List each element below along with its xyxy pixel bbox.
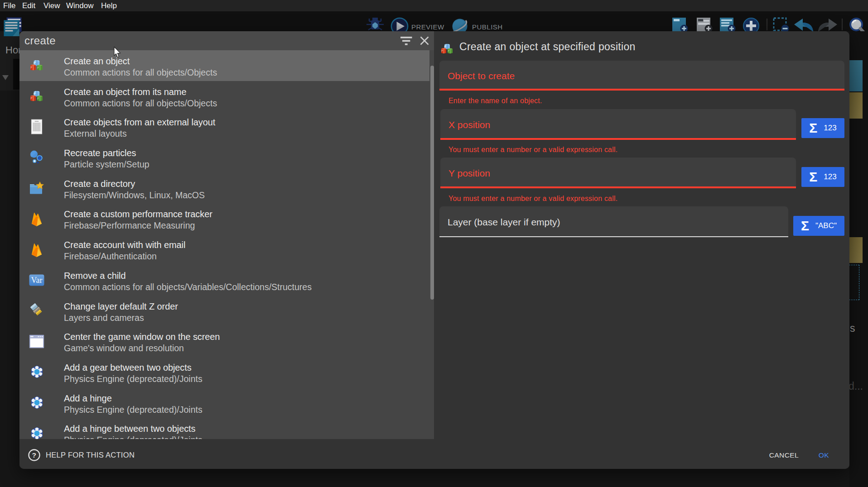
svg-text:?: ? (32, 451, 37, 459)
svg-text:Var: Var (31, 276, 43, 285)
